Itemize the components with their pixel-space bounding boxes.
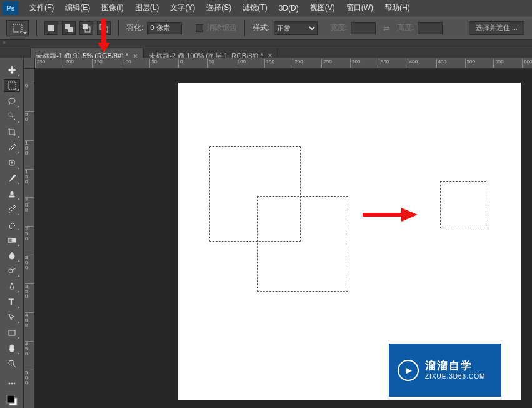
svg-rect-23 [7, 395, 14, 403]
menu-help[interactable]: 帮助(H) [379, 0, 416, 16]
arrow-marker-icon [97, 19, 111, 56]
svg-rect-17 [9, 330, 15, 335]
svg-rect-0 [13, 24, 22, 32]
svg-rect-14 [8, 238, 12, 242]
svg-point-10 [9, 98, 15, 103]
type-tool[interactable]: T [4, 295, 20, 309]
brush-tool[interactable] [4, 172, 20, 185]
move-tool[interactable] [4, 64, 20, 77]
eraser-tool[interactable] [4, 218, 20, 232]
options-bar: 羽化: 消除锯齿 样式: 正常 宽度: ⇄ 高度: 选择并遮住 ... [0, 16, 532, 40]
svg-rect-9 [8, 82, 16, 89]
selection-rect-result [440, 181, 486, 228]
healing-tool[interactable] [4, 156, 20, 170]
menu-bar: Ps 文件(F) 编辑(E) 图像(I) 图层(L) 文字(Y) 选择(S) 滤… [0, 0, 532, 16]
select-and-mask-button[interactable]: 选择并遮住 ... [469, 21, 524, 35]
quick-select-tool[interactable] [4, 110, 20, 123]
arrow-red-icon [363, 207, 419, 225]
watermark-logo-icon [398, 360, 419, 381]
ruler-vertical: 05 01 0 01 5 02 0 02 5 03 0 03 5 04 0 04… [24, 69, 35, 408]
width-input [351, 22, 376, 34]
antialias-checkbox [196, 24, 203, 32]
panel-strip [0, 40, 532, 46]
svg-point-18 [9, 360, 14, 365]
extras-icon[interactable] [4, 377, 20, 390]
selection-subtract-icon[interactable] [79, 21, 93, 35]
ruler-horizontal: 2502001501005005010015020025030035040045… [35, 58, 532, 69]
toolbox: T [0, 58, 24, 408]
lasso-tool[interactable] [4, 94, 20, 108]
svg-point-11 [8, 113, 12, 116]
crop-tool[interactable] [4, 126, 20, 139]
zoom-tool[interactable] [4, 357, 20, 370]
menu-filter[interactable]: 滤镜(T) [237, 0, 273, 16]
antialias-label: 消除锯齿 [207, 23, 237, 33]
menu-file[interactable]: 文件(F) [24, 0, 59, 16]
height-label: 高度: [397, 23, 414, 33]
eyedropper-tool[interactable] [4, 141, 20, 154]
current-tool-chip[interactable] [6, 20, 29, 36]
gradient-tool[interactable] [4, 233, 20, 247]
menu-edit[interactable]: 编辑(E) [59, 0, 96, 16]
menu-image[interactable]: 图像(I) [96, 0, 129, 16]
svg-point-20 [11, 383, 13, 384]
app-logo: Ps [3, 1, 19, 15]
path-select-tool[interactable] [4, 311, 20, 324]
marquee-tool[interactable] [4, 79, 20, 93]
style-label: 样式: [253, 23, 269, 33]
menu-select[interactable]: 选择(S) [201, 0, 237, 16]
history-brush-tool[interactable] [4, 203, 20, 216]
hand-tool[interactable] [4, 342, 20, 355]
svg-rect-3 [68, 27, 73, 32]
style-select[interactable]: 正常 [274, 21, 318, 35]
menu-3d[interactable]: 3D(D) [273, 0, 304, 16]
stamp-tool[interactable] [4, 187, 20, 200]
selection-rect-2 [257, 196, 348, 292]
color-swatch[interactable] [4, 393, 20, 408]
feather-label: 羽化: [126, 23, 143, 33]
marquee-icon [13, 24, 23, 33]
blur-tool[interactable] [4, 249, 20, 262]
watermark: 溜溜自学 ZIXUE.3D66.COM [389, 344, 501, 397]
selection-new-icon[interactable] [44, 21, 58, 35]
svg-rect-1 [48, 25, 54, 31]
selection-add-icon[interactable] [62, 21, 76, 35]
menu-layer[interactable]: 图层(L) [129, 0, 165, 16]
ruler-corner [24, 58, 35, 69]
svg-point-21 [14, 383, 15, 384]
svg-point-19 [9, 383, 10, 384]
watermark-title: 溜溜自学 [425, 360, 485, 372]
menu-window[interactable]: 窗口(W) [341, 0, 379, 16]
pen-tool[interactable] [4, 280, 20, 293]
watermark-subtitle: ZIXUE.3D66.COM [425, 373, 485, 380]
menu-type[interactable]: 文字(Y) [164, 0, 201, 16]
svg-point-15 [9, 269, 13, 273]
feather-input[interactable] [147, 22, 182, 34]
swap-icon: ⇄ [383, 24, 389, 33]
height-input [418, 22, 443, 34]
menu-view[interactable]: 视图(V) [304, 0, 341, 16]
svg-text:T: T [9, 297, 14, 306]
width-label: 宽度: [330, 23, 347, 33]
shape-tool[interactable] [4, 326, 20, 339]
dodge-tool[interactable] [4, 265, 20, 278]
